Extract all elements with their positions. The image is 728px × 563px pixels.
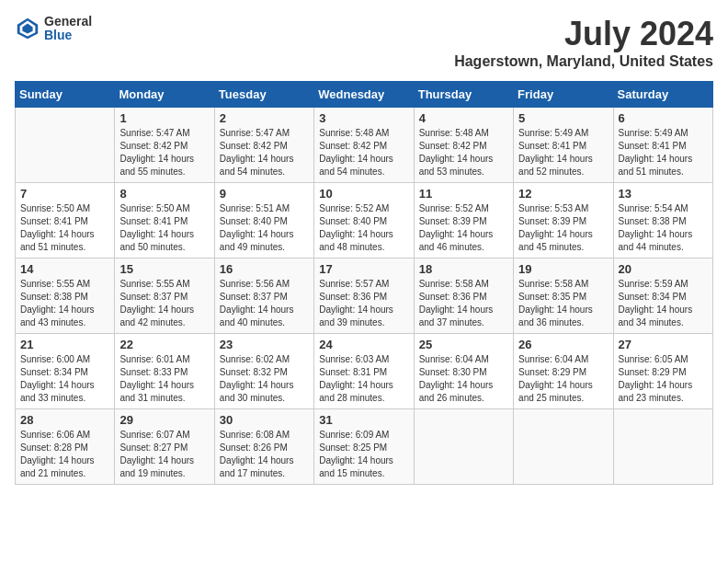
calendar-cell: 3 Sunrise: 5:48 AM Sunset: 8:42 PM Dayli… [314, 108, 414, 183]
day-info: Sunrise: 5:54 AM Sunset: 8:38 PM Dayligh… [619, 202, 708, 254]
day-info: Sunrise: 5:47 AM Sunset: 8:42 PM Dayligh… [119, 127, 209, 178]
calendar-week-row: 28 Sunrise: 6:06 AM Sunset: 8:28 PM Dayl… [16, 409, 713, 485]
day-info: Sunrise: 5:58 AM Sunset: 8:36 PM Dayligh… [419, 278, 508, 329]
calendar-cell [613, 409, 712, 485]
day-number: 1 [119, 111, 209, 125]
day-number: 16 [220, 262, 309, 276]
day-number: 14 [20, 262, 109, 276]
day-number: 7 [20, 187, 109, 201]
day-info: Sunrise: 5:52 AM Sunset: 8:39 PM Dayligh… [419, 202, 508, 254]
day-number: 8 [119, 187, 209, 201]
calendar-cell: 17 Sunrise: 5:57 AM Sunset: 8:36 PM Dayl… [314, 259, 414, 334]
calendar-cell: 21 Sunrise: 6:00 AM Sunset: 8:34 PM Dayl… [16, 334, 115, 409]
day-number: 15 [119, 262, 209, 276]
day-number: 27 [619, 338, 708, 351]
weekday-header: Thursday [414, 82, 513, 108]
weekday-header: Sunday [16, 82, 115, 108]
day-info: Sunrise: 5:55 AM Sunset: 8:37 PM Dayligh… [119, 278, 209, 329]
day-number: 24 [319, 338, 408, 351]
weekday-header: Tuesday [214, 82, 313, 108]
day-info: Sunrise: 6:04 AM Sunset: 8:29 PM Dayligh… [518, 353, 608, 405]
day-info: Sunrise: 5:58 AM Sunset: 8:35 PM Dayligh… [518, 278, 608, 329]
day-number: 21 [20, 338, 109, 351]
day-number: 20 [619, 262, 708, 276]
day-number: 19 [518, 262, 608, 276]
day-number: 22 [119, 338, 209, 351]
day-info: Sunrise: 6:09 AM Sunset: 8:25 PM Dayligh… [319, 429, 408, 480]
day-info: Sunrise: 5:49 AM Sunset: 8:41 PM Dayligh… [619, 127, 708, 178]
day-info: Sunrise: 5:55 AM Sunset: 8:38 PM Dayligh… [20, 278, 109, 329]
day-info: Sunrise: 6:00 AM Sunset: 8:34 PM Dayligh… [20, 353, 109, 405]
calendar-cell: 22 Sunrise: 6:01 AM Sunset: 8:33 PM Dayl… [115, 334, 214, 409]
day-info: Sunrise: 6:02 AM Sunset: 8:32 PM Dayligh… [220, 353, 309, 405]
calendar-week-row: 21 Sunrise: 6:00 AM Sunset: 8:34 PM Dayl… [16, 334, 713, 409]
weekday-header-row: SundayMondayTuesdayWednesdayThursdayFrid… [16, 82, 713, 108]
day-number: 2 [220, 111, 309, 125]
logo-line2: Blue [44, 29, 92, 42]
weekday-header: Monday [115, 82, 214, 108]
weekday-header: Wednesday [314, 82, 414, 108]
calendar-cell: 13 Sunrise: 5:54 AM Sunset: 8:38 PM Dayl… [613, 183, 712, 259]
day-number: 9 [220, 187, 309, 201]
logo-line1: General [44, 15, 92, 29]
day-info: Sunrise: 5:50 AM Sunset: 8:41 PM Dayligh… [20, 202, 109, 254]
calendar-week-row: 1 Sunrise: 5:47 AM Sunset: 8:42 PM Dayli… [16, 108, 713, 183]
day-info: Sunrise: 5:48 AM Sunset: 8:42 PM Dayligh… [419, 127, 508, 178]
day-number: 4 [419, 111, 508, 125]
location-title: Hagerstown, Maryland, United States [454, 53, 713, 70]
day-info: Sunrise: 5:50 AM Sunset: 8:41 PM Dayligh… [119, 202, 209, 254]
calendar-cell: 19 Sunrise: 5:58 AM Sunset: 8:35 PM Dayl… [514, 259, 613, 334]
day-info: Sunrise: 6:01 AM Sunset: 8:33 PM Dayligh… [119, 353, 209, 405]
calendar-cell: 8 Sunrise: 5:50 AM Sunset: 8:41 PM Dayli… [115, 183, 214, 259]
logo-text: General Blue [44, 15, 92, 43]
calendar-cell [414, 409, 513, 485]
calendar-cell: 5 Sunrise: 5:49 AM Sunset: 8:41 PM Dayli… [514, 108, 613, 183]
calendar-table: SundayMondayTuesdayWednesdayThursdayFrid… [15, 81, 713, 485]
day-number: 29 [119, 413, 209, 427]
calendar-cell: 12 Sunrise: 5:53 AM Sunset: 8:39 PM Dayl… [514, 183, 613, 259]
day-info: Sunrise: 6:03 AM Sunset: 8:31 PM Dayligh… [319, 353, 408, 405]
day-number: 25 [419, 338, 508, 351]
day-number: 3 [319, 111, 408, 125]
day-number: 13 [619, 187, 708, 201]
month-title: July 2024 [454, 15, 713, 53]
day-info: Sunrise: 6:05 AM Sunset: 8:29 PM Dayligh… [619, 353, 708, 405]
weekday-header: Saturday [613, 82, 712, 108]
day-number: 30 [220, 413, 309, 427]
calendar-cell: 1 Sunrise: 5:47 AM Sunset: 8:42 PM Dayli… [115, 108, 214, 183]
day-info: Sunrise: 5:48 AM Sunset: 8:42 PM Dayligh… [319, 127, 408, 178]
calendar-cell: 14 Sunrise: 5:55 AM Sunset: 8:38 PM Dayl… [16, 259, 115, 334]
calendar-cell: 11 Sunrise: 5:52 AM Sunset: 8:39 PM Dayl… [414, 183, 513, 259]
calendar-cell: 7 Sunrise: 5:50 AM Sunset: 8:41 PM Dayli… [16, 183, 115, 259]
calendar-cell: 27 Sunrise: 6:05 AM Sunset: 8:29 PM Dayl… [613, 334, 712, 409]
day-info: Sunrise: 6:08 AM Sunset: 8:26 PM Dayligh… [220, 429, 309, 480]
calendar-cell: 26 Sunrise: 6:04 AM Sunset: 8:29 PM Dayl… [514, 334, 613, 409]
day-number: 6 [619, 111, 708, 125]
calendar-week-row: 7 Sunrise: 5:50 AM Sunset: 8:41 PM Dayli… [16, 183, 713, 259]
day-info: Sunrise: 5:53 AM Sunset: 8:39 PM Dayligh… [518, 202, 608, 254]
day-info: Sunrise: 5:47 AM Sunset: 8:42 PM Dayligh… [220, 127, 309, 178]
day-number: 12 [518, 187, 608, 201]
calendar-cell: 4 Sunrise: 5:48 AM Sunset: 8:42 PM Dayli… [414, 108, 513, 183]
day-info: Sunrise: 6:04 AM Sunset: 8:30 PM Dayligh… [419, 353, 508, 405]
calendar-cell: 20 Sunrise: 5:59 AM Sunset: 8:34 PM Dayl… [613, 259, 712, 334]
day-number: 11 [419, 187, 508, 201]
page-header: General Blue July 2024 Hagerstown, Maryl… [15, 15, 713, 70]
calendar-cell: 10 Sunrise: 5:52 AM Sunset: 8:40 PM Dayl… [314, 183, 414, 259]
calendar-cell: 18 Sunrise: 5:58 AM Sunset: 8:36 PM Dayl… [414, 259, 513, 334]
day-info: Sunrise: 6:07 AM Sunset: 8:27 PM Dayligh… [119, 429, 209, 480]
day-info: Sunrise: 6:06 AM Sunset: 8:28 PM Dayligh… [20, 429, 109, 480]
day-number: 5 [518, 111, 608, 125]
calendar-cell: 6 Sunrise: 5:49 AM Sunset: 8:41 PM Dayli… [613, 108, 712, 183]
calendar-cell: 31 Sunrise: 6:09 AM Sunset: 8:25 PM Dayl… [314, 409, 414, 485]
weekday-header: Friday [514, 82, 613, 108]
calendar-cell: 15 Sunrise: 5:55 AM Sunset: 8:37 PM Dayl… [115, 259, 214, 334]
day-info: Sunrise: 5:51 AM Sunset: 8:40 PM Dayligh… [220, 202, 309, 254]
title-section: July 2024 Hagerstown, Maryland, United S… [454, 15, 713, 70]
calendar-cell: 29 Sunrise: 6:07 AM Sunset: 8:27 PM Dayl… [115, 409, 214, 485]
day-number: 23 [220, 338, 309, 351]
calendar-cell: 28 Sunrise: 6:06 AM Sunset: 8:28 PM Dayl… [16, 409, 115, 485]
logo-icon [15, 16, 40, 41]
calendar-week-row: 14 Sunrise: 5:55 AM Sunset: 8:38 PM Dayl… [16, 259, 713, 334]
calendar-cell [16, 108, 115, 183]
